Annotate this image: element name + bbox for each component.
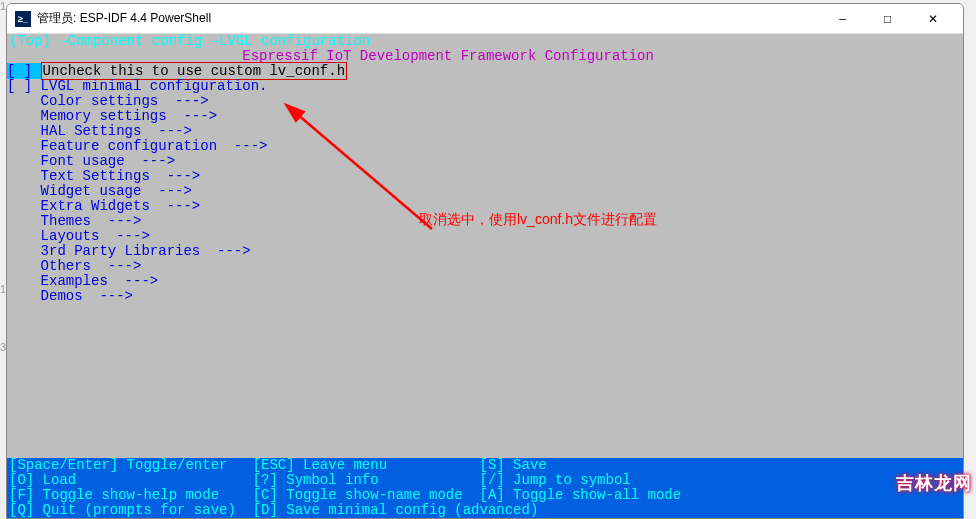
window-title: 管理员: ESP-IDF 4.4 PowerShell	[37, 10, 820, 27]
menu-item[interactable]: [ ] LVGL minimal configuration.	[7, 78, 267, 94]
menu-item[interactable]: Examples --->	[7, 273, 158, 289]
menu-item[interactable]: 3rd Party Libraries --->	[7, 243, 251, 259]
terminal-body[interactable]: (Top) →Component config →LVGL configurat…	[7, 34, 963, 518]
menu-item[interactable]: Memory settings --->	[7, 108, 217, 124]
menu-item[interactable]: Feature configuration --->	[7, 138, 267, 154]
footer-help: [Space/Enter] Toggle/enter [ESC] Leave m…	[7, 458, 963, 518]
annotation-text: 取消选中，使用lv_conf.h文件进行配置	[419, 212, 657, 227]
menu-item[interactable]: Themes --->	[7, 213, 141, 229]
powershell-icon: ≥_	[15, 11, 31, 27]
menu-item[interactable]: Demos --->	[7, 288, 133, 304]
menu-area: [ ] Uncheck this to use custom lv_conf.h…	[7, 64, 963, 304]
watermark: 吉林龙网	[896, 471, 972, 495]
menu-item[interactable]: Font usage --->	[7, 153, 175, 169]
maximize-button[interactable]: □	[865, 4, 910, 34]
menu-item[interactable]: Text Settings --->	[7, 168, 200, 184]
breadcrumb: (Top) →Component config →LVGL configurat…	[7, 34, 963, 49]
menu-item-selected[interactable]: [ ] Uncheck this to use custom lv_conf.h	[7, 63, 347, 79]
menu-item[interactable]: Color settings --->	[7, 93, 209, 109]
minimize-button[interactable]: –	[820, 4, 865, 34]
titlebar[interactable]: ≥_ 管理员: ESP-IDF 4.4 PowerShell – □ ✕	[7, 4, 963, 34]
menu-item[interactable]: Others --->	[7, 258, 141, 274]
menu-item[interactable]: Layouts --->	[7, 228, 150, 244]
menu-item[interactable]: Extra Widgets --->	[7, 198, 200, 214]
menu-item[interactable]: HAL Settings --->	[7, 123, 192, 139]
terminal-window: ≥_ 管理员: ESP-IDF 4.4 PowerShell – □ ✕ (To…	[6, 3, 964, 519]
close-button[interactable]: ✕	[910, 4, 955, 34]
menu-item[interactable]: Widget usage --->	[7, 183, 192, 199]
